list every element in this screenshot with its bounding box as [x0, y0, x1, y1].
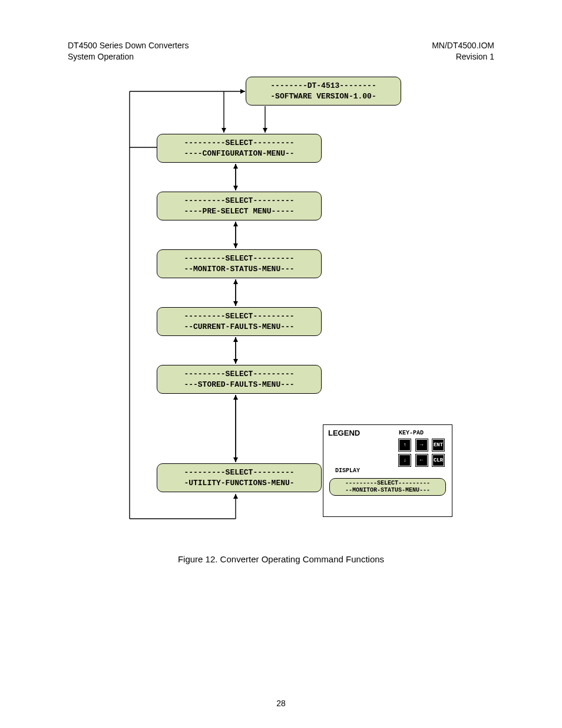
title-box-line2: -SOFTWARE VERSION-1.00- — [270, 92, 376, 101]
menu-line: -UTILITY-FUNCTIONS-MENU- — [184, 479, 294, 487]
menu-line: ---------SELECT--------- — [184, 312, 294, 321]
menu-line: ----CONFIGURATION-MENU-- — [184, 149, 294, 158]
menu-line: ---------SELECT--------- — [184, 139, 294, 147]
menu-line: ---------SELECT--------- — [184, 254, 294, 263]
legend-title: LEGEND — [328, 429, 360, 437]
legend-display-line: --MONITOR-STATUS-MENU--- — [345, 487, 430, 493]
legend-keypad-label: KEY-PAD — [399, 430, 424, 436]
keypad-row-1: ↑ → ENT — [398, 438, 446, 452]
right-arrow-icon: → — [415, 439, 428, 452]
menu-box-current-faults: ---------SELECT--------- --CURRENT-FAULT… — [157, 307, 322, 336]
menu-box-utility-functions: ---------SELECT--------- -UTILITY-FUNCTI… — [157, 463, 322, 492]
menu-line: --CURRENT-FAULTS-MENU--- — [184, 322, 294, 331]
page: DT4500 Series Down Converters System Ope… — [0, 0, 562, 728]
title-box: --------DT-4513-------- -SOFTWARE VERSIO… — [246, 77, 401, 106]
down-arrow-icon: ↓ — [398, 454, 411, 467]
left-arrow-icon: ← — [415, 454, 428, 467]
menu-box-configuration: ---------SELECT--------- ----CONFIGURATI… — [157, 134, 322, 163]
title-box-line1: --------DT-4513-------- — [270, 81, 376, 90]
clear-key-icon: CLR — [432, 454, 445, 467]
up-arrow-icon: ↑ — [398, 439, 411, 452]
legend-panel: LEGEND KEY-PAD ↑ → ENT ↓ ← CLR DISPLAY -… — [323, 424, 452, 517]
menu-line: ---------SELECT--------- — [184, 370, 294, 378]
legend-display-line: ---------SELECT--------- — [345, 480, 430, 486]
menu-box-monitor-status: ---------SELECT--------- --MONITOR-STATU… — [157, 249, 322, 278]
keypad-row-2: ↓ ← CLR — [398, 453, 446, 467]
page-number: 28 — [0, 699, 562, 708]
menu-line: --MONITOR-STATUS-MENU--- — [184, 265, 294, 274]
menu-line: ----PRE-SELECT MENU----- — [184, 207, 294, 216]
menu-line: ---------SELECT--------- — [184, 468, 294, 477]
figure-caption: Figure 12. Converter Operating Command F… — [0, 554, 562, 564]
menu-line: ---STORED-FAULTS-MENU--- — [184, 380, 294, 389]
menu-box-stored-faults: ---------SELECT--------- ---STORED-FAULT… — [157, 365, 322, 394]
legend-display-box: ---------SELECT--------- --MONITOR-STATU… — [329, 478, 446, 496]
enter-key-icon: ENT — [432, 439, 445, 452]
menu-box-preselect: ---------SELECT--------- ----PRE-SELECT … — [157, 192, 322, 220]
menu-line: ---------SELECT--------- — [184, 196, 294, 205]
legend-display-label: DISPLAY — [335, 467, 360, 474]
